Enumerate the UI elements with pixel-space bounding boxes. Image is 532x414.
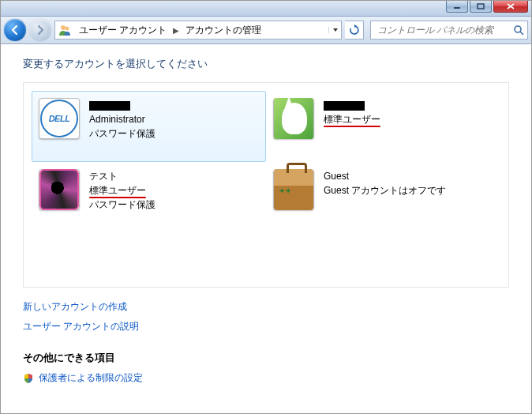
account-avatar: [273, 98, 314, 139]
other-actions-heading: その他にできる項目: [23, 351, 509, 365]
account-avatar: [273, 169, 314, 210]
account-avatar: DELL: [39, 98, 80, 139]
account-item-standard-user[interactable]: 標準ユーザー: [266, 91, 500, 162]
refresh-button[interactable]: [345, 21, 364, 40]
account-name-label: Guest: [324, 169, 446, 183]
account-status-label: パスワード保護: [89, 126, 155, 141]
breadcrumb-segment-2[interactable]: アカウントの管理: [181, 24, 266, 37]
account-status-label: Guest アカウントはオフです: [324, 183, 446, 198]
account-details: 標準ユーザー: [324, 98, 380, 126]
nav-forward-button[interactable]: [29, 19, 51, 41]
search-input[interactable]: [376, 24, 513, 36]
account-type-label: Administrator: [89, 112, 155, 126]
minimize-icon: [453, 3, 461, 9]
suitcase-avatar-icon: [274, 169, 313, 210]
arrow-right-icon: [35, 24, 46, 36]
parental-controls-link[interactable]: 保護者による制限の設定: [23, 371, 509, 385]
account-item-test[interactable]: テスト 標準ユーザー パスワード保護: [32, 162, 266, 233]
dell-logo-icon: DELL: [40, 100, 78, 137]
swirl-avatar-icon: [39, 169, 79, 210]
account-item-guest[interactable]: Guest Guest アカウントはオフです: [266, 162, 500, 233]
account-explanation-link[interactable]: ユーザー アカウントの説明: [23, 320, 509, 333]
action-links: 新しいアカウントの作成 ユーザー アカウントの説明: [23, 300, 509, 333]
chevron-right-icon[interactable]: ▶: [171, 26, 181, 35]
account-details: Administrator パスワード保護: [89, 98, 155, 141]
chevron-down-icon: [332, 27, 339, 33]
accounts-grid: DELL Administrator パスワード保護 標準ユーザー テスト: [23, 82, 509, 288]
account-name-label: テスト: [89, 169, 155, 183]
account-type-label: 標準ユーザー: [324, 112, 380, 126]
redacted-name: [324, 101, 365, 111]
window-titlebar: [1, 1, 531, 17]
minimize-button[interactable]: [446, 1, 468, 13]
shield-icon: [23, 373, 34, 384]
maximize-icon: [477, 3, 485, 9]
maximize-button[interactable]: [470, 1, 492, 13]
account-status-label: パスワード保護: [89, 198, 155, 212]
close-button[interactable]: [493, 1, 528, 13]
svg-point-4: [515, 26, 521, 32]
svg-rect-1: [478, 4, 484, 9]
breadcrumb-segment-1[interactable]: ユーザー アカウント: [74, 24, 171, 37]
svg-point-2: [61, 25, 66, 30]
account-type-label: 標準ユーザー: [89, 183, 146, 198]
redacted-name: [89, 101, 130, 111]
svg-line-5: [520, 32, 523, 35]
page-prompt: 変更するアカウントを選択してください: [23, 57, 509, 71]
nav-back-button[interactable]: [4, 19, 26, 41]
arrow-left-icon: [9, 24, 21, 36]
svg-point-3: [66, 27, 69, 31]
user-accounts-icon: [58, 24, 71, 36]
parental-controls-label: 保護者による制限の設定: [39, 371, 143, 385]
account-avatar: [39, 169, 80, 210]
account-item-administrator[interactable]: DELL Administrator パスワード保護: [32, 91, 266, 162]
refresh-icon: [349, 24, 360, 36]
search-icon: [513, 24, 524, 36]
close-icon: [507, 3, 515, 9]
svg-rect-0: [454, 7, 460, 9]
content-area: 変更するアカウントを選択してください DELL Administrator パス…: [1, 44, 531, 413]
create-account-link[interactable]: 新しいアカウントの作成: [23, 300, 509, 314]
account-details: テスト 標準ユーザー パスワード保護: [89, 169, 155, 212]
breadcrumb[interactable]: ユーザー アカウント ▶ アカウントの管理: [54, 21, 342, 40]
breadcrumb-dropdown[interactable]: [328, 27, 341, 33]
cat-avatar-icon: [274, 98, 313, 139]
other-actions-links: 保護者による制限の設定: [23, 371, 509, 385]
search-box[interactable]: [370, 21, 528, 40]
navigation-toolbar: ユーザー アカウント ▶ アカウントの管理: [1, 17, 531, 44]
account-details: Guest Guest アカウントはオフです: [324, 169, 446, 198]
